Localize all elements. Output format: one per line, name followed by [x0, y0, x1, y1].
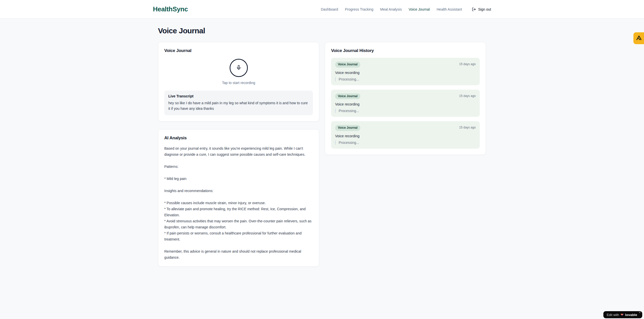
top-header: HealthSync Dashboard Progress Tracking M…	[0, 0, 644, 19]
recorder-area: Tap to start recording Live Transcript h…	[164, 59, 313, 115]
entry-type-badge: Voice Journal	[335, 93, 360, 99]
edit-with-label: Edit with	[607, 313, 619, 317]
record-button[interactable]	[230, 59, 248, 77]
nav-item-voice-journal[interactable]: Voice Journal	[409, 7, 430, 11]
lovable-brand-label: lovable	[625, 313, 637, 317]
voice-journal-history-card: Voice Journal History Voice Journal 15 d…	[325, 42, 486, 155]
entry-status: Processing...	[335, 141, 476, 145]
log-out-icon	[472, 7, 476, 11]
history-card-title: Voice Journal History	[331, 48, 480, 53]
main-content: Voice Journal Voice Journal	[158, 19, 486, 282]
history-entry[interactable]: Voice Journal 15 days ago Voice recordin…	[331, 90, 480, 117]
nav-item-meal-analysis[interactable]: Meal Analysis	[380, 7, 402, 11]
edit-with-lovable-pill[interactable]: Edit with ❤ lovable ✕	[603, 311, 642, 318]
recorder-card-title: Voice Journal	[164, 48, 313, 53]
pill-close-icon[interactable]: ✕	[639, 311, 641, 314]
entry-title: Voice recording	[335, 134, 476, 138]
lovable-edge-badge-icon	[636, 35, 642, 42]
history-entry[interactable]: Voice Journal 15 days ago Voice recordin…	[331, 121, 480, 149]
live-transcript-text: hey so like I do have a mild pain in my …	[168, 100, 309, 111]
sign-out-label: Sign out	[478, 7, 491, 11]
brand-logo[interactable]: HealthSync	[153, 5, 188, 13]
live-transcript-box: Live Transcript hey so like I do have a …	[164, 91, 313, 115]
entry-status: Processing...	[335, 109, 476, 113]
voice-recorder-card: Voice Journal	[158, 42, 319, 122]
tap-to-record-hint: Tap to start recording	[222, 81, 255, 85]
nav-item-progress-tracking[interactable]: Progress Tracking	[345, 7, 373, 11]
entry-timestamp: 15 days ago	[459, 125, 476, 129]
record-button-inner-ring	[231, 61, 246, 75]
ai-analysis-card: AI Analysis Based on your journal entry,…	[158, 129, 319, 267]
heart-gradient-icon: ❤	[621, 313, 624, 316]
page-title: Voice Journal	[158, 26, 486, 35]
entry-type-badge: Voice Journal	[335, 125, 360, 131]
sign-out-button[interactable]: Sign out	[472, 7, 491, 11]
entry-title: Voice recording	[335, 102, 476, 106]
history-entry[interactable]: Voice Journal 15 days ago Voice recordin…	[331, 58, 480, 85]
nav-item-health-assistant[interactable]: Health Assistant	[437, 7, 462, 11]
entry-timestamp: 15 days ago	[459, 62, 476, 66]
entry-type-badge: Voice Journal	[335, 62, 360, 68]
content-grid: Voice Journal	[158, 42, 486, 267]
ai-analysis-body: Based on your journal entry, it sounds l…	[164, 145, 313, 260]
lovable-edge-badge[interactable]	[633, 32, 644, 44]
right-column: Voice Journal History Voice Journal 15 d…	[325, 42, 486, 155]
main-nav: Dashboard Progress Tracking Meal Analysi…	[321, 7, 491, 11]
entry-status: Processing...	[335, 77, 476, 81]
entry-timestamp: 15 days ago	[459, 93, 476, 98]
live-transcript-label: Live Transcript	[168, 94, 309, 98]
history-entry-header: Voice Journal 15 days ago	[335, 93, 476, 99]
history-list: Voice Journal 15 days ago Voice recordin…	[331, 58, 480, 149]
microphone-icon	[236, 65, 241, 71]
ai-analysis-title: AI Analysis	[164, 136, 313, 141]
nav-item-dashboard[interactable]: Dashboard	[321, 7, 338, 11]
left-column: Voice Journal	[158, 42, 319, 267]
entry-title: Voice recording	[335, 71, 476, 75]
header-container: HealthSync Dashboard Progress Tracking M…	[152, 5, 492, 13]
history-entry-header: Voice Journal 15 days ago	[335, 62, 476, 68]
history-entry-header: Voice Journal 15 days ago	[335, 125, 476, 131]
